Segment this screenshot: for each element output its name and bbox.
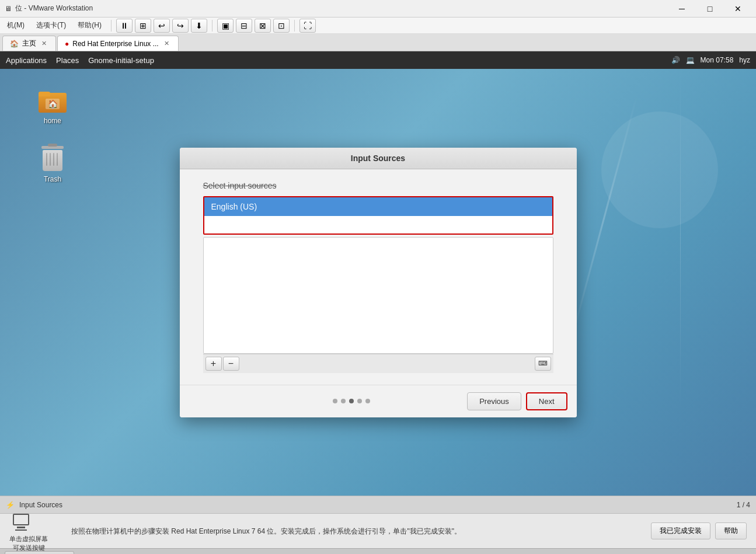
menu-tabs[interactable]: 选项卡(T): [32, 18, 71, 33]
keyboard-preview: [203, 237, 553, 354]
select-input-label: Select input sources: [203, 181, 553, 190]
tab-home-close[interactable]: ✕: [40, 39, 48, 48]
dot-3: [349, 399, 354, 403]
toolbar-undo[interactable]: ↩: [154, 19, 170, 33]
remove-source-button[interactable]: −: [223, 357, 239, 371]
tab-home-label: 主页: [22, 39, 36, 48]
dot-2: [341, 399, 346, 403]
input-item-english[interactable]: English (US): [204, 197, 552, 216]
toolbar-separator-3: [294, 20, 295, 32]
keyboard-layout-button[interactable]: ⌨: [535, 357, 551, 371]
dialog: Input Sources Select input sources Engli…: [180, 148, 577, 417]
titlebar-title: 位 - VMware Workstation: [15, 4, 93, 13]
toolbar-view2[interactable]: ⊟: [236, 19, 252, 33]
dot-1: [333, 399, 337, 403]
gnome-user[interactable]: hyz: [739, 56, 750, 64]
volume-icon[interactable]: 🔊: [671, 56, 680, 64]
toolbar-down[interactable]: ⬇: [191, 19, 207, 33]
complete-install-button[interactable]: 我已完成安装: [651, 522, 710, 539]
install-buttons: 我已完成安装 帮助: [651, 522, 747, 539]
titlebar-left: 🖥 位 - VMware Workstation: [5, 4, 93, 13]
maximize-button[interactable]: □: [696, 0, 723, 18]
previous-button[interactable]: Previous: [467, 392, 521, 410]
statusbar-page: 1 / 4: [737, 501, 750, 509]
tab-rhel-close[interactable]: ✕: [162, 39, 171, 48]
rhel-icon: ●: [65, 40, 69, 48]
menubar: 机(M) 选项卡(T) 帮助(H) ⏸ ⊞ ↩ ↪ ⬇ ▣ ⊟ ⊠ ⊡ ⛶: [0, 18, 756, 34]
keyboard-icon: ⌨: [538, 360, 548, 367]
status-icon: ⚡: [6, 501, 15, 509]
toolbar-settings[interactable]: ⊞: [135, 19, 151, 33]
statusbar: ⚡ Input Sources 1 / 4: [0, 496, 756, 513]
gnome-time: Mon 07:58: [701, 56, 734, 64]
taskbar: ⌨ Input Sources 1 / 4 ⌨ 🌐 🔊 ⚡ 07:58: [0, 548, 756, 554]
tab-rhel[interactable]: ● Red Hat Enterprise Linux ... ✕: [57, 36, 179, 51]
gnome-places[interactable]: Places: [56, 56, 79, 65]
input-item-empty: [204, 216, 552, 234]
next-button[interactable]: Next: [526, 392, 567, 410]
click-hint: 单击虚拟屏幕可发送按键: [9, 535, 48, 552]
toolbar-pause[interactable]: ⏸: [116, 19, 133, 33]
input-list-container: English (US): [203, 196, 553, 235]
add-source-button[interactable]: +: [205, 357, 222, 371]
dot-4: [357, 399, 362, 403]
pagination-dots: [333, 399, 370, 403]
gnome-bar-left: Applications Places Gnome-initial-setup: [6, 56, 154, 65]
menu-help[interactable]: 帮助(H): [73, 18, 106, 33]
taskbar-item-input-sources[interactable]: ⌨ Input Sources: [5, 551, 74, 555]
monitor-screen: [13, 514, 29, 525]
dialog-title: Input Sources: [180, 148, 577, 169]
titlebar-controls: ─ □ ✕: [668, 0, 751, 18]
dialog-footer: Previous Next: [180, 385, 577, 417]
toolbar-separator-2: [212, 20, 212, 32]
close-button[interactable]: ✕: [724, 0, 751, 18]
gnome-setup[interactable]: Gnome-initial-setup: [88, 56, 154, 65]
home-icon: 🏠: [10, 40, 19, 48]
toolbar-redo[interactable]: ↪: [172, 19, 189, 33]
tab-rhel-label: Red Hat Enterprise Linux ...: [72, 40, 158, 48]
dialog-body: Select input sources English (US) + − ⌨: [180, 169, 577, 385]
dot-5: [365, 399, 370, 403]
install-bar: 单击虚拟屏幕可发送按键 按照在物理计算机中的步骤安装 Red Hat Enter…: [0, 513, 756, 548]
gnome-applications[interactable]: Applications: [6, 56, 47, 65]
status-text: Input Sources: [19, 501, 62, 509]
toolbar-fullscreen[interactable]: ⛶: [299, 19, 316, 33]
toolbar-view3[interactable]: ⊠: [255, 19, 271, 33]
minimize-button[interactable]: ─: [668, 0, 695, 18]
tabbar: 🏠 主页 ✕ ● Red Hat Enterprise Linux ... ✕: [0, 34, 756, 51]
titlebar: 🖥 位 - VMware Workstation ─ □ ✕: [0, 0, 756, 18]
modal-overlay: Input Sources Select input sources Engli…: [0, 69, 756, 496]
toolbar-separator: [111, 20, 112, 32]
gnome-topbar: Applications Places Gnome-initial-setup …: [0, 51, 756, 69]
tab-home[interactable]: 🏠 主页 ✕: [2, 36, 56, 51]
list-toolbar: + − ⌨: [203, 354, 553, 373]
network-icon[interactable]: 💻: [686, 56, 695, 64]
footer-buttons: Previous Next: [467, 392, 567, 410]
menu-machine[interactable]: 机(M): [2, 18, 29, 33]
vmware-logo: 🖥: [5, 5, 12, 13]
gnome-bar-right: 🔊 💻 Mon 07:58 hyz: [671, 56, 750, 64]
help-button[interactable]: 帮助: [715, 522, 747, 539]
desktop: 🏠 home Trash Input Sources Select input …: [0, 69, 756, 496]
monitor-stand: [17, 527, 25, 528]
toolbar-view1[interactable]: ▣: [217, 19, 234, 33]
list-toolbar-left: + −: [205, 357, 239, 371]
install-text: 按照在物理计算机中的步骤安装 Red Hat Enterprise Linux …: [71, 526, 642, 536]
monitor-base: [15, 529, 27, 531]
install-monitor-icon: [9, 510, 33, 534]
toolbar-view4[interactable]: ⊡: [273, 19, 290, 33]
input-list: English (US): [204, 197, 552, 234]
